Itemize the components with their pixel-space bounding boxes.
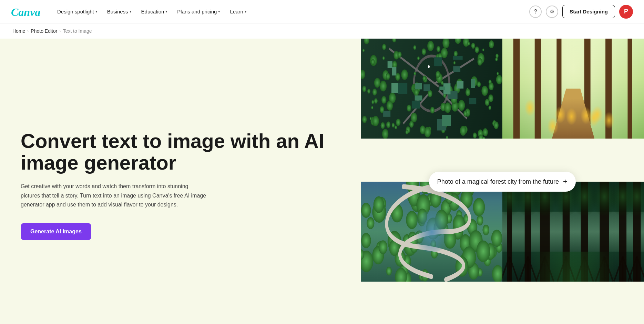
chevron-down-icon: ▾ <box>218 9 220 14</box>
gear-icon: ⚙ <box>550 8 554 15</box>
nav-item-business[interactable]: Business ▾ <box>103 6 136 17</box>
navbar: Canva Design spotlight ▾ Business ▾ Educ… <box>0 0 644 23</box>
nav-item-education[interactable]: Education ▾ <box>137 6 172 17</box>
hero-left: Convert text to image with an AI image g… <box>0 39 361 324</box>
prompt-overlay[interactable]: Photo of a magical forest city from the … <box>429 172 576 192</box>
avatar-button[interactable]: P <box>619 5 633 19</box>
plus-icon: + <box>563 177 568 186</box>
breadcrumb-photo-editor[interactable]: Photo Editor <box>31 28 57 34</box>
chevron-down-icon: ▾ <box>165 9 167 14</box>
breadcrumb-separator-2: › <box>59 29 61 33</box>
generate-ai-images-button[interactable]: Generate AI images <box>21 223 91 240</box>
settings-button[interactable]: ⚙ <box>546 6 558 18</box>
help-button[interactable]: ? <box>529 6 542 18</box>
nav-item-learn[interactable]: Learn ▾ <box>226 6 251 17</box>
avatar-initial: P <box>624 8 628 15</box>
chevron-down-icon: ▾ <box>95 9 98 14</box>
chevron-down-icon: ▾ <box>245 9 247 14</box>
nav-right: ? ⚙ Start Designing P <box>529 5 633 19</box>
help-icon: ? <box>534 9 537 15</box>
prompt-text: Photo of a magical forest city from the … <box>437 178 559 185</box>
image-top-left <box>361 39 502 182</box>
image-bottom-right <box>502 182 644 324</box>
breadcrumb-current: Text to Image <box>63 28 92 34</box>
breadcrumb-home[interactable]: Home <box>12 28 25 34</box>
chevron-down-icon: ▾ <box>130 9 132 14</box>
hero-section: Convert text to image with an AI image g… <box>0 39 644 324</box>
nav-item-plans-pricing[interactable]: Plans and pricing ▾ <box>173 6 224 17</box>
hero-title: Convert text to image with an AI image g… <box>21 130 340 174</box>
svg-text:Canva: Canva <box>11 6 40 18</box>
breadcrumb: Home › Photo Editor › Text to Image <box>0 23 644 39</box>
hero-image-grid: Photo of a magical forest city from the … <box>361 39 644 324</box>
nav-item-design-spotlight[interactable]: Design spotlight ▾ <box>53 6 102 17</box>
start-designing-button[interactable]: Start Designing <box>562 5 615 18</box>
hero-description: Get creative with your words and watch t… <box>21 182 207 209</box>
breadcrumb-separator: › <box>27 29 29 33</box>
logo[interactable]: Canva <box>11 6 42 18</box>
nav-items: Design spotlight ▾ Business ▾ Education … <box>53 6 527 17</box>
image-top-right <box>502 39 644 182</box>
image-bottom-left <box>361 182 502 324</box>
